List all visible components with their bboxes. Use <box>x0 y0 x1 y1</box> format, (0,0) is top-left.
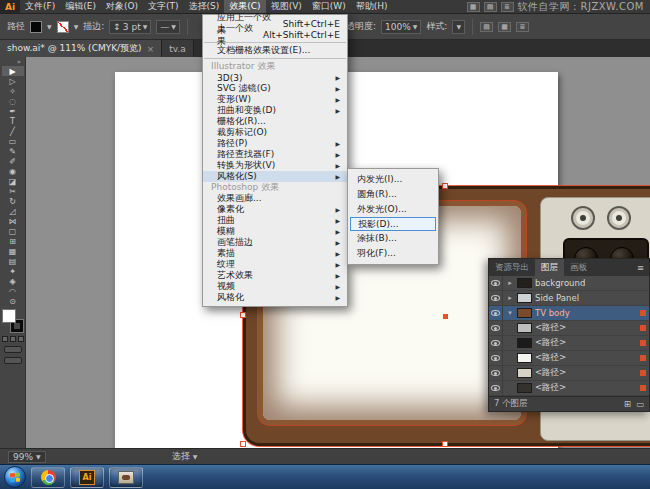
workspace-icon[interactable]: ▤ <box>484 2 497 12</box>
direct-selection-tool[interactable]: ▷ <box>2 76 24 86</box>
layer-name[interactable]: <路径> <box>535 367 637 379</box>
stroke-width-stepper[interactable]: ↕ 3 pt ▼ <box>109 20 151 34</box>
taskbar-illustrator-button[interactable]: Ai <box>70 467 104 488</box>
blob-brush-tool[interactable]: ◉ <box>2 166 24 176</box>
scale-tool[interactable]: ◿ <box>2 206 24 216</box>
selection-handle[interactable] <box>240 312 246 318</box>
zoom-tool[interactable]: ⊙ <box>2 296 24 306</box>
new-layer-icon[interactable]: ⊞ <box>624 399 631 409</box>
selection-handle[interactable] <box>442 441 448 447</box>
arrange-documents-icon[interactable]: ▦ <box>467 2 480 12</box>
layer-row[interactable]: ▸ Side Panel <box>489 291 649 306</box>
menu-item-last-effect[interactable]: 上一个效果 Alt+Shift+Ctrl+E <box>203 29 347 40</box>
preferences-icon[interactable]: ▦ <box>498 22 511 32</box>
visibility-toggle[interactable] <box>489 336 503 350</box>
opacity-field[interactable]: 100% ▼ <box>381 20 421 34</box>
width-tool[interactable]: ⋈ <box>2 216 24 226</box>
free-transform-tool[interactable]: ▢ <box>2 226 24 236</box>
layer-name[interactable]: <路径> <box>535 337 637 349</box>
document-setup-icon[interactable]: ▤ <box>480 22 493 32</box>
selection-color-indicator[interactable] <box>640 385 646 391</box>
opacity-dropdown-icon[interactable]: ▼ <box>413 23 418 30</box>
visibility-toggle[interactable] <box>489 381 503 395</box>
fill-stroke-indicator[interactable] <box>2 310 24 332</box>
menu-edit[interactable]: 编辑(E) <box>60 0 101 13</box>
visibility-toggle[interactable] <box>489 366 503 380</box>
brush-dropdown-icon[interactable]: ▼ <box>171 23 176 30</box>
visibility-toggle[interactable] <box>489 276 503 290</box>
style-dropdown-icon[interactable]: ▼ <box>456 23 461 30</box>
submenu-item-outer-glow[interactable]: 外发光(O)... <box>348 202 438 217</box>
selection-handle[interactable] <box>240 441 246 447</box>
delete-layer-icon[interactable]: ▭ <box>636 399 644 409</box>
gradient-tool[interactable]: ▤ <box>2 256 24 266</box>
menu-file[interactable]: 文件(F) <box>20 0 60 13</box>
layer-name[interactable]: TV body <box>535 308 637 318</box>
layer-name[interactable]: Side Panel <box>535 293 646 303</box>
fill-color-swatch[interactable] <box>30 21 42 33</box>
visibility-toggle[interactable] <box>489 291 503 305</box>
selection-color-indicator[interactable] <box>640 355 646 361</box>
screen-mode-button[interactable] <box>4 357 22 364</box>
stroke-dropdown-icon[interactable]: ▼ <box>74 23 79 30</box>
selection-color-indicator[interactable] <box>640 325 646 331</box>
blend-tool[interactable]: ◈ <box>2 276 24 286</box>
panel-menu-icon[interactable]: ≡ <box>632 263 649 273</box>
selection-handle[interactable] <box>442 183 448 189</box>
pencil-tool[interactable]: ✐ <box>2 156 24 166</box>
menu-window[interactable]: 窗口(W) <box>307 0 351 13</box>
stroke-width-dropdown-icon[interactable]: ▼ <box>143 23 148 30</box>
align-options-icon[interactable]: ≣ <box>516 22 529 32</box>
style-dropdown[interactable]: ▼ <box>452 20 465 34</box>
line-segment-tool[interactable]: ╱ <box>2 126 24 136</box>
tab-layers[interactable]: 图层 <box>535 259 564 276</box>
layer-row-selected[interactable]: ▾ TV body <box>489 306 649 321</box>
visibility-toggle[interactable] <box>489 351 503 365</box>
taskbar-chrome-button[interactable] <box>31 467 65 488</box>
status-dropdown-icon[interactable]: ▼ <box>193 453 198 460</box>
tv-knob-light-1[interactable] <box>571 206 595 230</box>
close-tab-icon[interactable]: × <box>147 44 155 54</box>
start-button[interactable] <box>4 466 26 488</box>
menu-object[interactable]: 对象(O) <box>101 0 143 13</box>
visibility-toggle[interactable] <box>489 306 503 320</box>
hand-tool[interactable]: ◠ <box>2 286 24 296</box>
chevron-right-icon[interactable]: ▸ <box>506 279 514 287</box>
paintbrush-tool[interactable]: ✎ <box>2 146 24 156</box>
magic-wand-tool[interactable]: ✧ <box>2 86 24 96</box>
scissors-tool[interactable]: ✂ <box>2 186 24 196</box>
mesh-tool[interactable]: ▦ <box>2 246 24 256</box>
tab-asset-export[interactable]: 资源导出 <box>489 259 535 276</box>
menu-item-stylize-photoshop[interactable]: 风格化 ▶ <box>203 292 347 303</box>
brush-definition-dropdown[interactable]: — ▼ <box>156 20 180 34</box>
rectangle-tool[interactable]: ▭ <box>2 136 24 146</box>
menu-item-raster-settings[interactable]: 文档栅格效果设置(E)... <box>203 45 347 56</box>
submenu-item-drop-shadow[interactable]: 投影(D)... <box>350 217 436 231</box>
layer-row[interactable]: <路径> <box>489 366 649 381</box>
submenu-item-inner-glow[interactable]: 内发光(I)... <box>348 172 438 187</box>
layer-name[interactable]: <路径> <box>535 352 637 364</box>
selection-color-indicator[interactable] <box>640 310 646 316</box>
draw-mode-button[interactable] <box>4 346 22 353</box>
zoom-dropdown[interactable]: 99% ▼ <box>8 451 46 463</box>
submenu-item-scribble[interactable]: 涂抹(B)... <box>348 231 438 246</box>
tv-knob-light-2[interactable] <box>607 206 631 230</box>
stepper-updown-icon[interactable]: ↕ <box>113 22 121 32</box>
collapse-panel-icon[interactable]: » <box>17 57 25 66</box>
menu-type[interactable]: 文字(T) <box>143 0 184 13</box>
tab-artboards[interactable]: 画板 <box>564 259 593 276</box>
shape-builder-tool[interactable]: ⊞ <box>2 236 24 246</box>
layer-row[interactable]: <路径> <box>489 336 649 351</box>
visibility-toggle[interactable] <box>489 321 503 335</box>
eyedropper-tool[interactable]: ✦ <box>2 266 24 276</box>
document-tab-inactive[interactable]: tv.a <box>162 40 194 57</box>
chevron-down-icon[interactable]: ▾ <box>506 309 514 317</box>
lasso-tool[interactable]: ◌ <box>2 96 24 106</box>
fill-proxy-swatch[interactable] <box>3 310 15 322</box>
layer-name[interactable]: <路径> <box>535 382 637 394</box>
layer-row[interactable]: <路径> <box>489 321 649 336</box>
panel-options-icon[interactable]: ≣ <box>501 2 514 12</box>
layer-name[interactable]: <路径> <box>535 322 637 334</box>
gradient-button[interactable] <box>10 336 16 342</box>
layer-row[interactable]: <路径> <box>489 381 649 396</box>
